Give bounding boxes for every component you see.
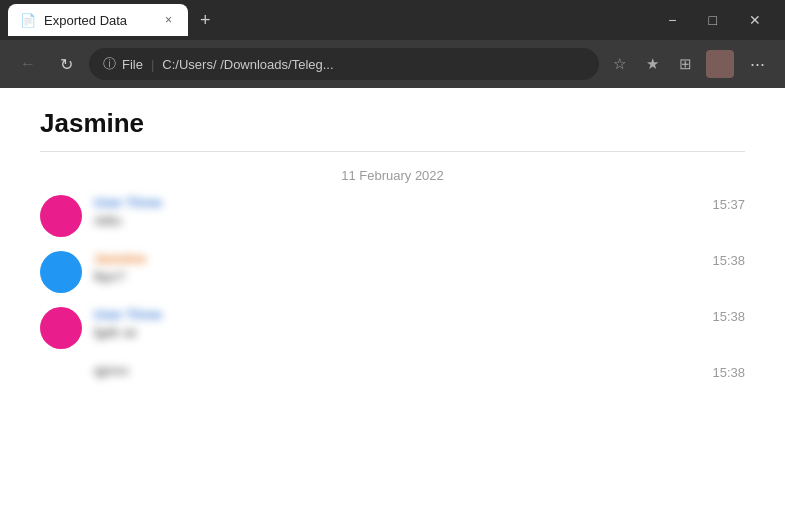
collections-icon[interactable]: ⊞ <box>673 53 698 75</box>
message-time: 15:38 <box>712 251 745 268</box>
window-controls: − □ ✕ <box>652 0 777 40</box>
address-input-wrap[interactable]: ⓘ File | C:/Users/ /Downloads/Teleg... <box>89 48 599 80</box>
message-body: Jasmine fkpv? 15:38 <box>94 251 745 284</box>
list-item: User Three fgdh xe 15:38 <box>40 307 745 349</box>
close-button[interactable]: ✕ <box>733 0 777 40</box>
list-item: User Three nkltu 15:37 <box>40 195 745 237</box>
tab-title: Exported Data <box>44 13 153 28</box>
list-item: qpnvv 15:38 <box>40 363 745 380</box>
tab-close-button[interactable]: × <box>161 11 176 29</box>
refresh-button[interactable]: ↻ <box>52 51 81 78</box>
messages-list: User Three nkltu 15:37 Jasmine fkpv? 15:… <box>40 195 745 380</box>
minimize-button[interactable]: − <box>652 0 692 40</box>
address-text: C:/Users/ /Downloads/Teleg... <box>162 57 585 72</box>
message-text: nkltu <box>94 213 712 228</box>
more-options-button[interactable]: ··· <box>742 50 773 79</box>
avatar <box>40 307 82 349</box>
add-to-favorites-icon[interactable]: ☆ <box>607 53 632 75</box>
file-label: File <box>122 57 143 72</box>
avatar <box>40 195 82 237</box>
message-body: User Three fgdh xe 15:38 <box>94 307 745 340</box>
message-text: fgdh xe <box>94 325 712 340</box>
date-separator: 11 February 2022 <box>40 168 745 183</box>
message-sender: User Three <box>94 195 712 210</box>
info-icon: ⓘ <box>103 55 116 73</box>
tab-bar: 📄 Exported Data × + − □ ✕ <box>0 0 785 40</box>
address-bar: ← ↻ ⓘ File | C:/Users/ /Downloads/Teleg.… <box>0 40 785 88</box>
active-tab[interactable]: 📄 Exported Data × <box>8 4 188 36</box>
tab-file-icon: 📄 <box>20 13 36 28</box>
list-item: Jasmine fkpv? 15:38 <box>40 251 745 293</box>
avatar <box>40 251 82 293</box>
message-sender: Jasmine <box>94 251 712 266</box>
message-body: User Three nkltu 15:37 <box>94 195 745 228</box>
new-tab-button[interactable]: + <box>192 6 219 35</box>
address-separator: | <box>151 57 154 72</box>
message-text: fkpv? <box>94 269 712 284</box>
favorites-icon[interactable]: ★ <box>640 53 665 75</box>
message-text: qpnvv <box>94 363 712 378</box>
message-time: 15:38 <box>712 307 745 324</box>
page-content: Jasmine 11 February 2022 User Three nklt… <box>0 88 785 519</box>
browser-chrome: 📄 Exported Data × + − □ ✕ ← ↻ ⓘ File | C… <box>0 0 785 88</box>
back-button[interactable]: ← <box>12 51 44 77</box>
message-time: 15:38 <box>712 363 745 380</box>
maximize-button[interactable]: □ <box>693 0 733 40</box>
chat-title: Jasmine <box>40 108 745 152</box>
profile-thumbnail[interactable] <box>706 50 734 78</box>
message-time: 15:37 <box>712 195 745 212</box>
message-sender: User Three <box>94 307 712 322</box>
